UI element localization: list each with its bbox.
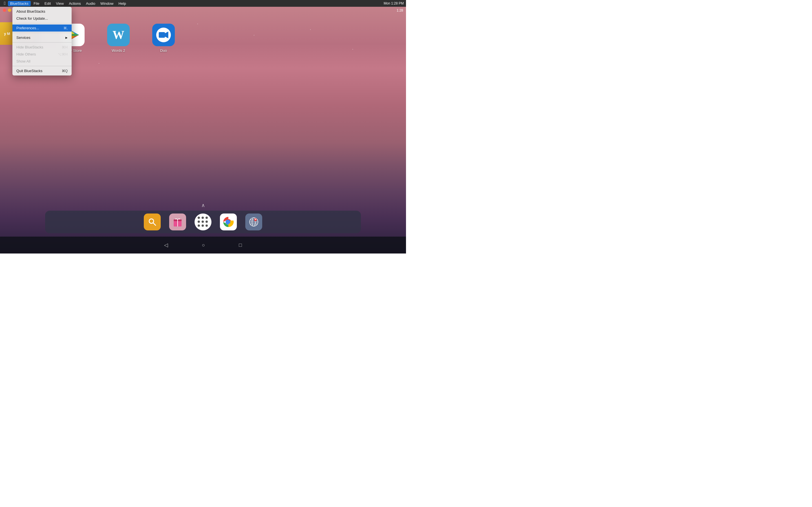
- dock: [45, 211, 361, 233]
- app-drawer-dots: [198, 217, 208, 227]
- duo-icon-inner: [156, 27, 171, 42]
- menu-check-update[interactable]: Check for Update...: [12, 15, 71, 22]
- menu-services[interactable]: Services ▶: [12, 34, 71, 41]
- browser-svg: [249, 217, 259, 227]
- dot-7: [198, 224, 200, 227]
- bluestacks-dropdown-menu: About BlueStacks Check for Update... Pre…: [12, 7, 71, 75]
- menubar-left:  BlueStacks File Edit View Actions Audi…: [2, 0, 128, 6]
- menu-about-bluestacks[interactable]: About BlueStacks: [12, 8, 71, 15]
- apple-menu[interactable]: : [2, 0, 7, 6]
- dock-search-icon[interactable]: [144, 214, 161, 230]
- dot-1: [198, 217, 200, 219]
- menu-show-all-label: Show All: [16, 59, 68, 63]
- menu-check-update-label: Check for Update...: [16, 16, 68, 20]
- dock-chrome-icon[interactable]: [220, 214, 237, 230]
- svg-rect-5: [159, 32, 165, 38]
- words2-icon-wrapper[interactable]: W Words 2: [107, 24, 130, 53]
- dot-8: [202, 224, 204, 227]
- file-menu[interactable]: File: [31, 1, 42, 6]
- words2-letter: W: [112, 28, 124, 42]
- menubar-time: Mon 1:28 PM: [384, 1, 404, 5]
- menu-preferences-label: Preferences...: [16, 26, 63, 30]
- dock-browser-icon[interactable]: [245, 214, 262, 230]
- menu-hide-bluestacks[interactable]: Hide BlueStacks ⌘H: [12, 44, 71, 51]
- chrome-svg: [223, 216, 234, 228]
- svg-marker-6: [165, 32, 168, 38]
- dot-9: [206, 224, 208, 227]
- star-decoration: [99, 63, 99, 64]
- menu-about-label: About BlueStacks: [16, 9, 68, 13]
- nav-home-button[interactable]: ○: [202, 242, 205, 248]
- android-nav: ◁ ○ □: [0, 237, 406, 253]
- nav-back-button[interactable]: ◁: [164, 242, 168, 248]
- edit-menu[interactable]: Edit: [42, 1, 53, 6]
- close-button[interactable]: [3, 8, 6, 12]
- words2-label: Words 2: [112, 48, 125, 53]
- duo-video-svg: [159, 31, 168, 39]
- search-svg: [148, 217, 157, 226]
- menu-quit-shortcut: ⌘Q: [62, 69, 68, 73]
- menu-preferences[interactable]: Preferences... ⌘,: [12, 24, 71, 32]
- duo-icon: [152, 24, 175, 46]
- menu-separator-3: [12, 42, 71, 43]
- menu-quit-label: Quit BlueStacks: [16, 69, 62, 73]
- svg-line-8: [153, 223, 156, 225]
- dock-store-icon[interactable]: [169, 214, 186, 230]
- audio-menu[interactable]: Audio: [84, 1, 98, 6]
- nav-recents-button[interactable]: □: [239, 242, 242, 248]
- menubar-right: Mon 1:28 PM: [384, 1, 404, 5]
- menubar:  BlueStacks File Edit View Actions Audi…: [0, 0, 406, 7]
- dot-6: [206, 221, 208, 223]
- menu-services-arrow: ▶: [65, 36, 68, 39]
- menu-services-label: Services: [16, 36, 65, 40]
- duo-icon-wrapper[interactable]: Duo: [152, 24, 175, 53]
- menu-hide-others-shortcut: ⌥⌘H: [58, 52, 68, 56]
- actions-menu[interactable]: Actions: [66, 1, 83, 6]
- window-menu[interactable]: Window: [98, 1, 116, 6]
- dock-chevron[interactable]: ∧: [0, 202, 406, 209]
- duo-label: Duo: [160, 48, 167, 53]
- menu-separator-2: [12, 33, 71, 33]
- menu-hide-bluestacks-label: Hide BlueStacks: [16, 45, 62, 49]
- menu-hide-others[interactable]: Hide Others ⌥⌘H: [12, 51, 71, 58]
- menu-show-all: Show All: [12, 58, 71, 65]
- help-menu[interactable]: Help: [116, 1, 128, 6]
- store-svg: [172, 217, 183, 227]
- words2-icon: W: [107, 24, 130, 46]
- menu-quit-bluestacks[interactable]: Quit BlueStacks ⌘Q: [12, 67, 71, 74]
- view-menu[interactable]: View: [54, 1, 66, 6]
- svg-point-23: [255, 219, 256, 220]
- chevron-up-icon: ∧: [201, 202, 205, 209]
- dot-5: [202, 221, 204, 223]
- dock-app-drawer-icon[interactable]: [195, 214, 211, 230]
- dot-3: [206, 217, 208, 219]
- menu-separator-1: [12, 23, 71, 23]
- menu-hide-others-label: Hide Others: [16, 52, 58, 56]
- bluestacks-menu[interactable]: BlueStacks: [8, 1, 31, 6]
- dot-4: [198, 221, 200, 223]
- svg-point-14: [226, 220, 231, 224]
- window-time: 1:28: [397, 8, 403, 12]
- minimize-button[interactable]: [8, 8, 11, 12]
- menu-preferences-shortcut: ⌘,: [63, 26, 68, 30]
- dot-2: [202, 217, 204, 219]
- menu-hide-bluestacks-shortcut: ⌘H: [62, 45, 68, 49]
